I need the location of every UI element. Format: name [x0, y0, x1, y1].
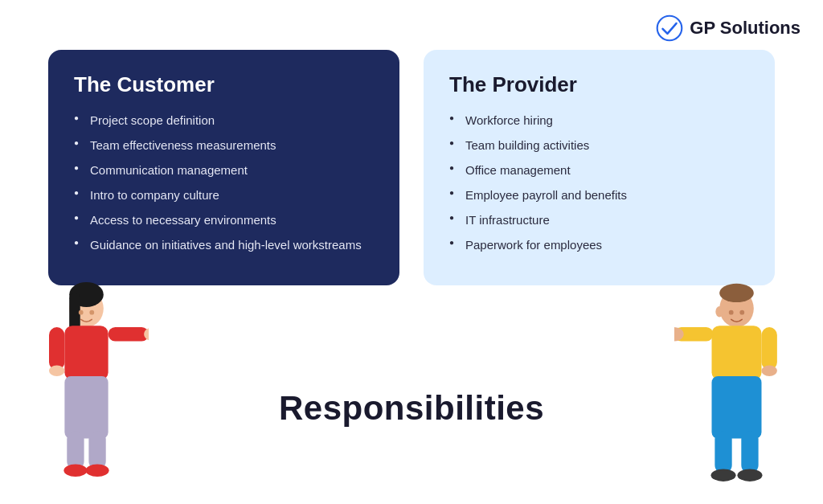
customer-card-title: The Customer	[74, 72, 374, 97]
man-svg	[674, 279, 799, 504]
svg-rect-25	[741, 431, 758, 473]
svg-point-29	[739, 310, 744, 315]
svg-point-14	[79, 310, 84, 315]
list-item: Team effectiveness measurements	[74, 137, 374, 154]
provider-card: The Provider Workforce hiring Team build…	[424, 50, 775, 285]
list-item: Project scope definition	[74, 112, 374, 129]
provider-card-title: The Provider	[449, 72, 749, 97]
svg-point-26	[711, 469, 736, 481]
logo-text: GP Solutions	[690, 18, 800, 39]
svg-point-13	[86, 465, 109, 477]
svg-rect-5	[49, 327, 64, 370]
woman-figure	[24, 279, 149, 504]
woman-svg	[24, 279, 149, 504]
svg-rect-10	[67, 431, 84, 469]
svg-point-0	[657, 16, 682, 41]
svg-point-28	[729, 310, 734, 315]
svg-rect-9	[64, 376, 108, 439]
customer-card: The Customer Project scope definition Te…	[48, 50, 399, 285]
svg-point-27	[737, 469, 762, 481]
svg-rect-24	[714, 431, 731, 473]
svg-rect-18	[712, 326, 762, 380]
list-item: Guidance on initiatives and high-level w…	[74, 236, 374, 253]
svg-point-12	[63, 465, 87, 477]
svg-point-30	[715, 306, 723, 318]
svg-point-17	[719, 284, 754, 302]
list-item: Employee payroll and benefits	[449, 186, 749, 203]
list-item: Intro to company culture	[74, 186, 374, 203]
logo-icon	[656, 14, 683, 42]
svg-rect-11	[88, 431, 105, 469]
svg-point-15	[89, 310, 94, 315]
list-item: Office management	[449, 162, 749, 178]
svg-point-22	[762, 366, 777, 377]
list-item: Access to necessary environments	[74, 211, 374, 228]
svg-rect-7	[109, 327, 149, 341]
list-item: Communication management	[74, 162, 374, 178]
svg-rect-21	[762, 327, 777, 370]
provider-card-list: Workforce hiring Team building activitie…	[449, 112, 749, 253]
cards-container: The Customer Project scope definition Te…	[48, 50, 775, 285]
man-figure	[674, 279, 799, 504]
list-item: IT infrastructure	[449, 211, 749, 228]
list-item: Paperwork for employees	[449, 236, 749, 253]
list-item: Workforce hiring	[449, 112, 749, 129]
svg-point-6	[49, 366, 64, 377]
customer-card-list: Project scope definition Team effectiven…	[74, 112, 374, 253]
svg-rect-4	[64, 326, 108, 380]
svg-rect-23	[712, 376, 762, 439]
logo: GP Solutions	[656, 14, 800, 42]
list-item: Team building activities	[449, 137, 749, 154]
